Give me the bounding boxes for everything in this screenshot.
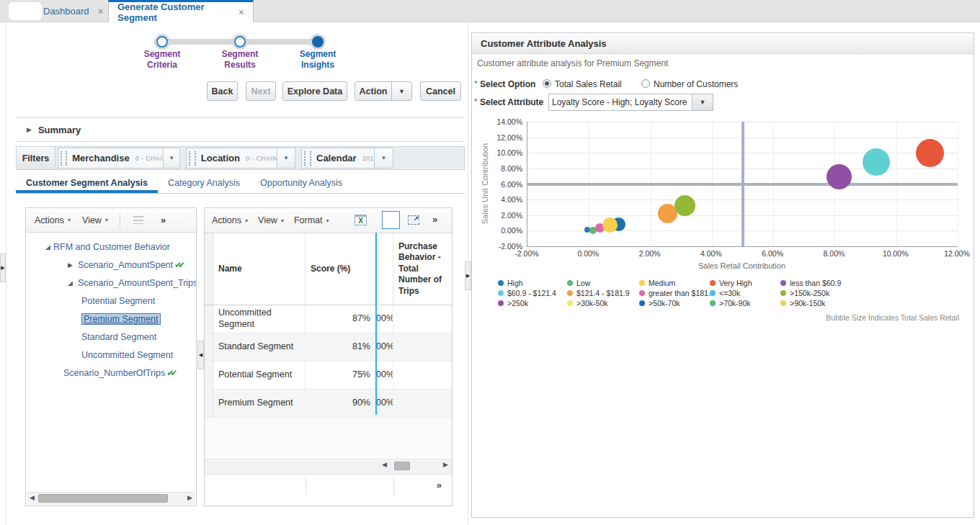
expand-icon[interactable]: ▶ (27, 126, 32, 133)
train-step-results-label[interactable]: Segment Results (210, 49, 270, 71)
action-dropdown-button[interactable]: ▼ (391, 81, 412, 101)
table-row[interactable]: Uncommitted Segment87%00% (205, 305, 452, 333)
radio-number-of-customers[interactable] (641, 79, 650, 88)
tree-actions-menu[interactable]: Actions▾ (35, 215, 71, 225)
panel-header: Customer Attribute Analysis (472, 33, 974, 54)
data-bubble[interactable] (863, 148, 890, 176)
explore-data-button[interactable]: Explore Data (282, 81, 347, 101)
table-view-menu[interactable]: View▾ (258, 215, 284, 225)
y-tick-label: 2.00% (482, 211, 522, 220)
legend-item: >70k-90k (710, 298, 780, 308)
tab-dashboard-label: Dashboard (43, 6, 89, 17)
close-icon[interactable]: × (239, 6, 244, 18)
filter-calendar[interactable]: Calendar 201 ▼ (301, 148, 393, 169)
tree-item-label[interactable]: RFM and Customer Behavior (53, 242, 170, 252)
table-row[interactable]: Standard Segment81%00% (205, 333, 452, 362)
detach-table-icon[interactable]: ↗ (408, 215, 419, 225)
tree-item-label[interactable]: Premium Segment (81, 313, 161, 325)
table-row[interactable]: Premium Segment90%00% (205, 390, 452, 418)
chevron-down-icon[interactable]: ▼ (163, 148, 179, 168)
tree-horizontal-scrollbar[interactable]: ◀ ▶ (27, 492, 195, 505)
attribute-dropdown[interactable]: Loyalty Score - High; Loyalty Score ▼ (548, 94, 713, 111)
tree-item[interactable]: Premium Segment (26, 310, 196, 328)
scrollbar-thumb[interactable] (394, 462, 410, 470)
scroll-right-icon[interactable]: ▶ (187, 494, 192, 501)
legend-label: >50k-70k (649, 299, 680, 308)
gridline (958, 122, 958, 246)
toolbar-toggle-box[interactable] (382, 211, 400, 229)
legend-dot-icon (498, 290, 504, 296)
drag-handle-icon[interactable] (304, 151, 311, 166)
attribute-dropdown-value[interactable]: Loyalty Score - High; Loyalty Score (548, 94, 692, 111)
column-header-name[interactable]: Name (213, 233, 306, 305)
column-header-purchase-behavior[interactable]: Purchase Behavior - Total Number of Trip… (393, 233, 452, 305)
scroll-left-icon[interactable]: ◀ (382, 461, 387, 468)
chevron-down-icon[interactable]: ▼ (374, 148, 393, 168)
scroll-right-icon[interactable]: ▶ (443, 461, 448, 468)
column-header-score[interactable]: Score (%) (306, 233, 375, 305)
train-step-results-icon[interactable] (234, 36, 246, 48)
tree-item-label[interactable]: Scenario_AmountSpent (78, 260, 173, 270)
chevron-down-icon: ▼ (398, 88, 405, 95)
overflow-icon[interactable]: » (437, 480, 442, 490)
legend-label: >70k-90k (719, 299, 751, 308)
drag-handle-icon[interactable] (61, 151, 67, 166)
table-format-menu[interactable]: Format▾ (294, 215, 329, 225)
train-step-criteria-label[interactable]: Segment Criteria (132, 49, 192, 71)
radio-total-sales-retail[interactable] (543, 79, 551, 88)
expand-node-icon[interactable]: ▶ (68, 256, 73, 274)
filter-merchandise[interactable]: Merchandise 0 - CHAIN ▼ (58, 148, 180, 169)
tab-opportunity-analysis[interactable]: Opportunity Analysis (250, 174, 352, 193)
left-splitter-handle[interactable]: ▶ (0, 253, 6, 282)
collapse-node-icon[interactable]: ◢ (68, 274, 73, 292)
train-step-criteria-icon[interactable] (156, 36, 168, 48)
data-bubble[interactable] (827, 164, 852, 189)
cancel-button[interactable]: Cancel (420, 81, 461, 101)
filter-location[interactable]: Location 0 - CHAIN ▼ (186, 148, 295, 169)
drag-handle-icon[interactable] (189, 151, 196, 166)
scrollbar-thumb[interactable] (38, 494, 168, 503)
y-tick-label: 4.00% (482, 195, 522, 204)
overflow-icon[interactable]: » (432, 214, 437, 225)
tree-item-label[interactable]: Standard Segment (81, 332, 156, 342)
scroll-left-icon[interactable]: ◀ (30, 494, 35, 501)
tree-table-splitter-handle[interactable]: ◀ (197, 341, 204, 369)
overflow-icon[interactable]: » (161, 215, 166, 225)
tree-item[interactable]: Scenario_NumberOfTrips✔✔ (26, 364, 196, 382)
tree-item-label[interactable]: Uncommitted Segment (81, 350, 173, 360)
tree-item[interactable]: ◢RFM and Customer Behavior (26, 238, 196, 256)
data-bubble[interactable] (916, 139, 944, 167)
summary-section-header[interactable]: ▶ Summary (16, 117, 465, 142)
collapse-all-icon[interactable] (133, 216, 143, 224)
chevron-down-icon[interactable]: ▼ (277, 148, 295, 168)
tab-category-analysis[interactable]: Category Analysis (158, 174, 250, 193)
column-resize-indicator[interactable] (375, 233, 377, 415)
data-bubble[interactable] (674, 195, 695, 216)
data-bubble[interactable] (602, 217, 618, 233)
collapse-node-icon[interactable]: ◢ (45, 238, 50, 256)
action-button[interactable]: Action (355, 81, 392, 101)
tree-item[interactable]: Standard Segment (26, 328, 196, 346)
table-actions-menu[interactable]: Actions▾ (212, 215, 248, 225)
tree-item-label[interactable]: Scenario_NumberOfTrips (63, 368, 165, 378)
tree-view-menu[interactable]: View▾ (82, 215, 108, 225)
table-horizontal-scrollbar[interactable]: ◀ ▶ (205, 459, 452, 474)
panel-splitter-handle[interactable]: ▶ (465, 261, 471, 290)
back-button[interactable]: Back (207, 81, 238, 101)
tab-generate-customer-segment[interactable]: Generate Customer Segment × (108, 0, 254, 22)
tree-item[interactable]: Uncommitted Segment (26, 346, 196, 364)
y-tick-label: 12.00% (482, 133, 522, 142)
tree-item[interactable]: ◢Scenario_AmountSpent_Trips (26, 274, 196, 292)
tree-item[interactable]: ▶Scenario_AmountSpent✔✔ (26, 256, 196, 274)
tree-item-label[interactable]: Scenario_AmountSpent_Trips (78, 278, 196, 288)
table-row[interactable]: Potential Segment75%00% (205, 362, 452, 390)
segment-score-table-panel: Actions▾ View▾ Format▾ X ↗ » Name Score … (204, 207, 453, 506)
chevron-down-icon[interactable]: ▼ (692, 94, 713, 111)
export-to-excel-icon[interactable]: X (355, 215, 367, 225)
tab-customer-segment-analysis[interactable]: Customer Segment Analysis (16, 174, 158, 193)
column-header-hidden[interactable] (375, 233, 393, 305)
tree-item[interactable]: Potential Segment (26, 292, 196, 310)
tab-dashboard[interactable]: Dashboard × (35, 0, 112, 22)
close-icon[interactable]: × (98, 6, 104, 17)
tree-item-label[interactable]: Potential Segment (81, 296, 155, 306)
